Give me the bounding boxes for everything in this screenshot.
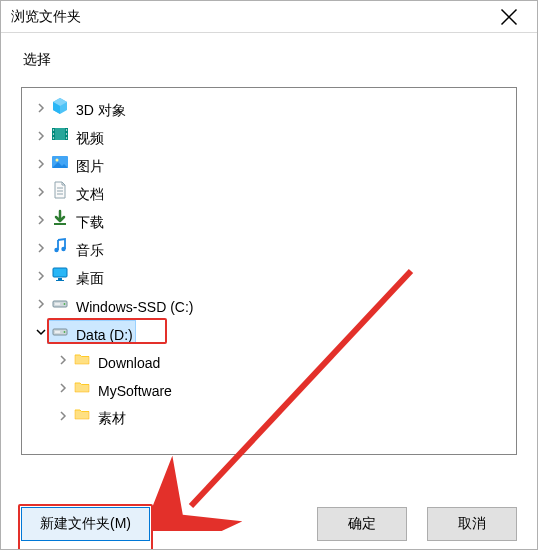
tree-item-label: 素材: [98, 410, 126, 426]
desktop-icon: [50, 264, 70, 284]
chevron-right-icon[interactable]: [54, 411, 72, 421]
svg-point-10: [56, 159, 59, 162]
chevron-right-icon[interactable]: [32, 243, 50, 253]
tree-item-label: Download: [98, 355, 160, 371]
window-title: 浏览文件夹: [11, 8, 81, 26]
svg-point-27: [64, 331, 66, 333]
tree-item-label: 视频: [76, 130, 104, 146]
chevron-right-icon[interactable]: [54, 355, 72, 365]
tree-item[interactable]: Data (D:): [26, 318, 516, 346]
tree-item[interactable]: 图片: [26, 150, 516, 178]
objects-3d-icon: [50, 96, 70, 116]
svg-point-8: [66, 137, 67, 138]
downloads-icon: [50, 208, 70, 228]
tree-item[interactable]: 桌面: [26, 262, 516, 290]
tree-item[interactable]: 视频: [26, 122, 516, 150]
chevron-right-icon[interactable]: [32, 299, 50, 309]
tree-item[interactable]: 文档: [26, 178, 516, 206]
folder-icon: [72, 377, 92, 397]
folder-icon: [72, 404, 92, 424]
button-bar: 新建文件夹(M) 确定 取消: [21, 507, 517, 549]
tree-item[interactable]: 下载: [26, 206, 516, 234]
close-button[interactable]: [489, 2, 529, 32]
tree-item-label: 图片: [76, 158, 104, 174]
browse-folder-dialog: 浏览文件夹 选择 3D 对象视频图片文档下载音乐桌面Windows-SSD (C…: [0, 0, 538, 550]
chevron-right-icon[interactable]: [32, 215, 50, 225]
tree-item-label: MySoftware: [98, 383, 172, 399]
svg-rect-28: [55, 331, 60, 333]
svg-point-23: [64, 303, 66, 305]
chevron-right-icon[interactable]: [32, 271, 50, 281]
chevron-right-icon[interactable]: [32, 131, 50, 141]
tree-item[interactable]: 3D 对象: [26, 94, 516, 122]
tree-item[interactable]: MySoftware: [26, 374, 516, 402]
tree-item[interactable]: 音乐: [26, 234, 516, 262]
titlebar: 浏览文件夹: [1, 1, 537, 33]
svg-point-6: [66, 129, 67, 130]
tree-item-label: 音乐: [76, 242, 104, 258]
svg-point-4: [53, 133, 54, 134]
cancel-button[interactable]: 取消: [427, 507, 517, 541]
svg-point-7: [66, 133, 67, 134]
tree-item[interactable]: Windows-SSD (C:): [26, 290, 516, 318]
svg-point-16: [61, 247, 65, 251]
folder-tree[interactable]: 3D 对象视频图片文档下载音乐桌面Windows-SSD (C:)Data (D…: [21, 87, 517, 455]
tree-item-label: Data (D:): [76, 327, 133, 343]
tree-item-label: Windows-SSD (C:): [76, 299, 193, 315]
new-folder-button[interactable]: 新建文件夹(M): [21, 507, 150, 541]
tree-item-label: 下载: [76, 214, 104, 230]
tree-item-label: 3D 对象: [76, 102, 126, 118]
tree-item-label: 文档: [76, 186, 104, 202]
folder-icon: [72, 349, 92, 369]
dialog-content: 选择 3D 对象视频图片文档下载音乐桌面Windows-SSD (C:)Data…: [1, 33, 537, 455]
svg-point-3: [53, 129, 54, 130]
svg-rect-19: [58, 278, 62, 280]
chevron-right-icon[interactable]: [32, 159, 50, 169]
tree-item[interactable]: Download: [26, 346, 516, 374]
documents-icon: [50, 180, 70, 200]
chevron-right-icon[interactable]: [32, 103, 50, 113]
chevron-right-icon[interactable]: [54, 383, 72, 393]
music-icon: [50, 236, 70, 256]
pictures-icon: [50, 152, 70, 172]
drive-icon: [50, 321, 70, 341]
tree-item-label: 桌面: [76, 270, 104, 286]
close-icon: [500, 8, 518, 26]
ok-button[interactable]: 确定: [317, 507, 407, 541]
svg-point-5: [53, 137, 54, 138]
svg-rect-24: [55, 303, 60, 305]
chevron-right-icon[interactable]: [32, 187, 50, 197]
svg-rect-17: [53, 268, 67, 277]
videos-icon: [50, 124, 70, 144]
drive-icon: [50, 293, 70, 313]
svg-rect-20: [56, 280, 64, 281]
prompt-text: 选择: [21, 47, 517, 87]
tree-item[interactable]: 素材: [26, 402, 516, 430]
